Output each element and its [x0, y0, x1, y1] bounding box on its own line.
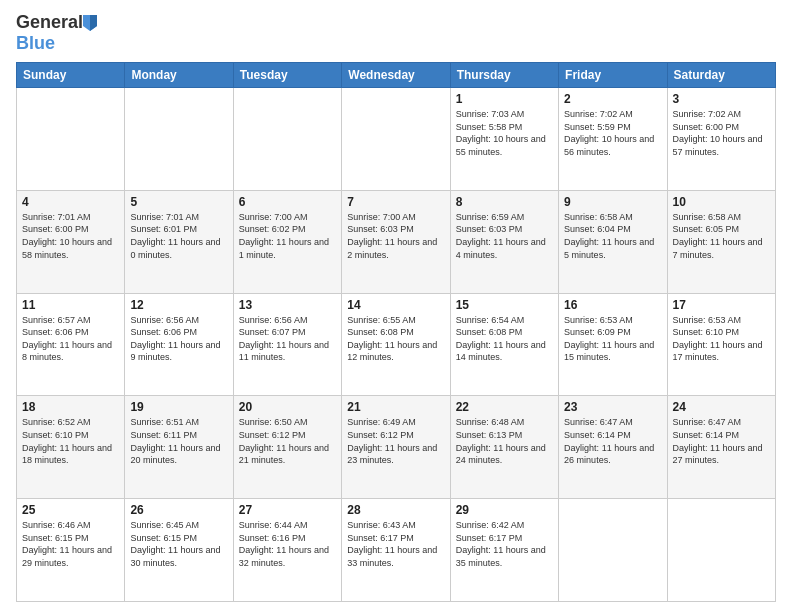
day-number: 11 [22, 298, 119, 312]
day-number: 10 [673, 195, 770, 209]
day-header-monday: Monday [125, 63, 233, 88]
day-info: Sunrise: 6:51 AM Sunset: 6:11 PM Dayligh… [130, 416, 227, 466]
day-info: Sunrise: 6:46 AM Sunset: 6:15 PM Dayligh… [22, 519, 119, 569]
day-number: 8 [456, 195, 553, 209]
day-info: Sunrise: 6:49 AM Sunset: 6:12 PM Dayligh… [347, 416, 444, 466]
calendar-cell: 19Sunrise: 6:51 AM Sunset: 6:11 PM Dayli… [125, 396, 233, 499]
calendar-cell: 6Sunrise: 7:00 AM Sunset: 6:02 PM Daylig… [233, 190, 341, 293]
calendar-cell: 14Sunrise: 6:55 AM Sunset: 6:08 PM Dayli… [342, 293, 450, 396]
day-info: Sunrise: 6:58 AM Sunset: 6:04 PM Dayligh… [564, 211, 661, 261]
calendar-cell: 3Sunrise: 7:02 AM Sunset: 6:00 PM Daylig… [667, 88, 775, 191]
calendar-cell: 15Sunrise: 6:54 AM Sunset: 6:08 PM Dayli… [450, 293, 558, 396]
calendar-cell: 5Sunrise: 7:01 AM Sunset: 6:01 PM Daylig… [125, 190, 233, 293]
calendar-week-3: 18Sunrise: 6:52 AM Sunset: 6:10 PM Dayli… [17, 396, 776, 499]
calendar-week-1: 4Sunrise: 7:01 AM Sunset: 6:00 PM Daylig… [17, 190, 776, 293]
day-number: 18 [22, 400, 119, 414]
day-number: 7 [347, 195, 444, 209]
calendar-cell: 29Sunrise: 6:42 AM Sunset: 6:17 PM Dayli… [450, 499, 558, 602]
day-header-wednesday: Wednesday [342, 63, 450, 88]
calendar-cell [559, 499, 667, 602]
day-number: 27 [239, 503, 336, 517]
calendar-cell [342, 88, 450, 191]
day-number: 25 [22, 503, 119, 517]
calendar-cell: 4Sunrise: 7:01 AM Sunset: 6:00 PM Daylig… [17, 190, 125, 293]
day-number: 21 [347, 400, 444, 414]
logo-general: General [16, 12, 83, 33]
calendar-cell [17, 88, 125, 191]
day-info: Sunrise: 7:02 AM Sunset: 6:00 PM Dayligh… [673, 108, 770, 158]
day-info: Sunrise: 7:02 AM Sunset: 5:59 PM Dayligh… [564, 108, 661, 158]
calendar-cell: 12Sunrise: 6:56 AM Sunset: 6:06 PM Dayli… [125, 293, 233, 396]
calendar-cell: 16Sunrise: 6:53 AM Sunset: 6:09 PM Dayli… [559, 293, 667, 396]
day-info: Sunrise: 7:00 AM Sunset: 6:02 PM Dayligh… [239, 211, 336, 261]
calendar-cell: 17Sunrise: 6:53 AM Sunset: 6:10 PM Dayli… [667, 293, 775, 396]
day-number: 24 [673, 400, 770, 414]
calendar: SundayMondayTuesdayWednesdayThursdayFrid… [16, 62, 776, 602]
logo: GeneralBlue [16, 12, 97, 54]
header: GeneralBlue [16, 12, 776, 54]
calendar-week-4: 25Sunrise: 6:46 AM Sunset: 6:15 PM Dayli… [17, 499, 776, 602]
calendar-week-2: 11Sunrise: 6:57 AM Sunset: 6:06 PM Dayli… [17, 293, 776, 396]
day-info: Sunrise: 6:56 AM Sunset: 6:06 PM Dayligh… [130, 314, 227, 364]
calendar-cell: 9Sunrise: 6:58 AM Sunset: 6:04 PM Daylig… [559, 190, 667, 293]
calendar-cell: 25Sunrise: 6:46 AM Sunset: 6:15 PM Dayli… [17, 499, 125, 602]
calendar-cell: 28Sunrise: 6:43 AM Sunset: 6:17 PM Dayli… [342, 499, 450, 602]
day-info: Sunrise: 6:56 AM Sunset: 6:07 PM Dayligh… [239, 314, 336, 364]
calendar-cell: 13Sunrise: 6:56 AM Sunset: 6:07 PM Dayli… [233, 293, 341, 396]
calendar-cell: 20Sunrise: 6:50 AM Sunset: 6:12 PM Dayli… [233, 396, 341, 499]
calendar-cell: 1Sunrise: 7:03 AM Sunset: 5:58 PM Daylig… [450, 88, 558, 191]
day-info: Sunrise: 6:59 AM Sunset: 6:03 PM Dayligh… [456, 211, 553, 261]
day-number: 2 [564, 92, 661, 106]
calendar-cell: 26Sunrise: 6:45 AM Sunset: 6:15 PM Dayli… [125, 499, 233, 602]
calendar-cell [667, 499, 775, 602]
day-number: 26 [130, 503, 227, 517]
logo-icon [83, 15, 97, 31]
logo-blue: Blue [16, 33, 55, 53]
calendar-header-row: SundayMondayTuesdayWednesdayThursdayFrid… [17, 63, 776, 88]
day-info: Sunrise: 6:44 AM Sunset: 6:16 PM Dayligh… [239, 519, 336, 569]
calendar-cell: 18Sunrise: 6:52 AM Sunset: 6:10 PM Dayli… [17, 396, 125, 499]
day-info: Sunrise: 6:47 AM Sunset: 6:14 PM Dayligh… [673, 416, 770, 466]
day-info: Sunrise: 6:42 AM Sunset: 6:17 PM Dayligh… [456, 519, 553, 569]
day-number: 9 [564, 195, 661, 209]
calendar-cell: 11Sunrise: 6:57 AM Sunset: 6:06 PM Dayli… [17, 293, 125, 396]
day-number: 16 [564, 298, 661, 312]
calendar-cell: 23Sunrise: 6:47 AM Sunset: 6:14 PM Dayli… [559, 396, 667, 499]
calendar-cell: 27Sunrise: 6:44 AM Sunset: 6:16 PM Dayli… [233, 499, 341, 602]
calendar-cell: 2Sunrise: 7:02 AM Sunset: 5:59 PM Daylig… [559, 88, 667, 191]
day-header-sunday: Sunday [17, 63, 125, 88]
day-info: Sunrise: 6:58 AM Sunset: 6:05 PM Dayligh… [673, 211, 770, 261]
day-number: 22 [456, 400, 553, 414]
calendar-cell: 22Sunrise: 6:48 AM Sunset: 6:13 PM Dayli… [450, 396, 558, 499]
day-info: Sunrise: 6:48 AM Sunset: 6:13 PM Dayligh… [456, 416, 553, 466]
day-number: 6 [239, 195, 336, 209]
calendar-cell: 21Sunrise: 6:49 AM Sunset: 6:12 PM Dayli… [342, 396, 450, 499]
day-info: Sunrise: 7:01 AM Sunset: 6:01 PM Dayligh… [130, 211, 227, 261]
day-number: 15 [456, 298, 553, 312]
calendar-cell: 7Sunrise: 7:00 AM Sunset: 6:03 PM Daylig… [342, 190, 450, 293]
logo-content: GeneralBlue [16, 12, 97, 54]
day-number: 23 [564, 400, 661, 414]
day-number: 12 [130, 298, 227, 312]
calendar-cell [233, 88, 341, 191]
day-number: 13 [239, 298, 336, 312]
day-number: 17 [673, 298, 770, 312]
day-number: 3 [673, 92, 770, 106]
day-info: Sunrise: 6:57 AM Sunset: 6:06 PM Dayligh… [22, 314, 119, 364]
day-info: Sunrise: 7:00 AM Sunset: 6:03 PM Dayligh… [347, 211, 444, 261]
day-info: Sunrise: 7:03 AM Sunset: 5:58 PM Dayligh… [456, 108, 553, 158]
day-info: Sunrise: 6:52 AM Sunset: 6:10 PM Dayligh… [22, 416, 119, 466]
day-info: Sunrise: 6:50 AM Sunset: 6:12 PM Dayligh… [239, 416, 336, 466]
svg-marker-1 [90, 15, 97, 31]
calendar-cell: 24Sunrise: 6:47 AM Sunset: 6:14 PM Dayli… [667, 396, 775, 499]
day-number: 19 [130, 400, 227, 414]
day-info: Sunrise: 6:45 AM Sunset: 6:15 PM Dayligh… [130, 519, 227, 569]
day-info: Sunrise: 7:01 AM Sunset: 6:00 PM Dayligh… [22, 211, 119, 261]
day-number: 28 [347, 503, 444, 517]
calendar-cell [125, 88, 233, 191]
day-number: 1 [456, 92, 553, 106]
calendar-week-0: 1Sunrise: 7:03 AM Sunset: 5:58 PM Daylig… [17, 88, 776, 191]
day-header-tuesday: Tuesday [233, 63, 341, 88]
day-header-thursday: Thursday [450, 63, 558, 88]
day-info: Sunrise: 6:54 AM Sunset: 6:08 PM Dayligh… [456, 314, 553, 364]
